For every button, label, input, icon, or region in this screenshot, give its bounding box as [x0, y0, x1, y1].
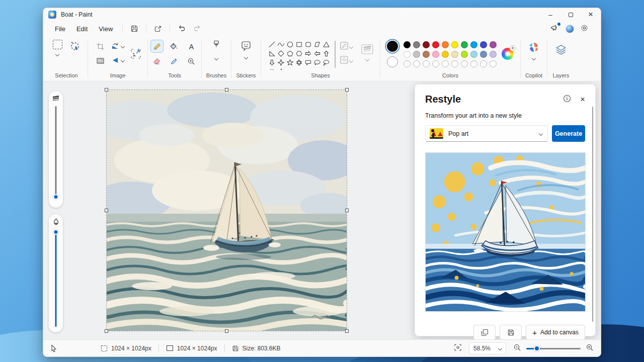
chevron-down-icon[interactable] — [349, 59, 353, 63]
brushes-button[interactable] — [211, 40, 221, 60]
color1-swatch[interactable] — [387, 41, 398, 52]
panel-close-button[interactable]: × — [580, 95, 585, 104]
flip-button[interactable] — [109, 54, 126, 67]
slider-thumb[interactable] — [53, 194, 59, 200]
zoom-in-button[interactable] — [586, 343, 594, 353]
palette-empty-slot[interactable] — [442, 60, 449, 67]
palette-color[interactable] — [461, 41, 468, 48]
shape-right-triangle-icon[interactable] — [267, 49, 276, 58]
fill-tool-button[interactable] — [168, 40, 181, 53]
menu-item[interactable]: Edit — [71, 23, 93, 35]
palette-empty-slot[interactable] — [470, 60, 477, 67]
feedback-button[interactable] — [550, 24, 559, 34]
share-button[interactable] — [150, 23, 166, 35]
palette-color[interactable] — [404, 41, 411, 48]
shape-star-5-icon[interactable] — [285, 58, 294, 67]
palette-color[interactable] — [442, 41, 449, 48]
chevron-down-icon[interactable] — [365, 57, 369, 61]
palette-empty-slot[interactable] — [451, 60, 458, 67]
rotate-button[interactable] — [109, 40, 126, 53]
palette-color[interactable] — [470, 51, 477, 58]
undo-button[interactable] — [174, 23, 189, 35]
shape-polygon-icon[interactable] — [312, 40, 321, 49]
shape-rectangle-icon[interactable] — [294, 40, 303, 49]
palette-color[interactable] — [413, 51, 420, 58]
selection-handle-nw[interactable] — [105, 88, 108, 92]
shape-star-6-icon[interactable] — [294, 58, 303, 67]
palette-empty-slot[interactable] — [490, 60, 497, 67]
minimize-button[interactable]: – — [540, 8, 560, 21]
brush-size-slider[interactable] — [49, 91, 63, 208]
resize-button[interactable] — [130, 48, 142, 62]
shape-ellipse-icon[interactable] — [285, 40, 294, 49]
zoom-slider[interactable] — [526, 345, 581, 352]
chevron-down-icon[interactable] — [214, 56, 218, 60]
shape-lightning-icon[interactable] — [276, 67, 285, 70]
chevron-down-icon[interactable] — [349, 45, 353, 49]
text-tool-button[interactable]: A — [185, 40, 198, 53]
settings-button[interactable] — [580, 24, 589, 34]
shape-triangle-icon[interactable] — [321, 40, 331, 49]
palette-empty-slot[interactable] — [404, 60, 411, 67]
selection-handle-s[interactable] — [225, 329, 228, 333]
palette-empty-slot[interactable] — [432, 60, 439, 67]
palette-color[interactable] — [423, 41, 430, 48]
shape-star-4-icon[interactable] — [276, 58, 285, 67]
zoom-slider-thumb[interactable] — [534, 345, 540, 351]
palette-color[interactable] — [490, 51, 497, 58]
palette-empty-slot[interactable] — [461, 60, 468, 67]
chevron-down-icon[interactable] — [532, 56, 536, 60]
palette-color[interactable] — [442, 51, 449, 58]
generate-button[interactable]: Generate — [552, 125, 585, 142]
layers-button[interactable] — [554, 44, 568, 58]
shape-rounded-rectangle-icon[interactable] — [303, 40, 312, 49]
menu-item[interactable]: File — [49, 23, 71, 35]
redo-button[interactable] — [189, 23, 204, 35]
slider-track[interactable] — [55, 106, 57, 198]
shape-heart-icon[interactable] — [267, 67, 276, 70]
line-thickness-button[interactable] — [361, 44, 374, 61]
shape-hexagon-icon[interactable] — [294, 49, 303, 58]
free-select-button[interactable] — [69, 41, 80, 54]
palette-empty-slot[interactable] — [480, 60, 487, 67]
shape-fill-button[interactable] — [340, 55, 349, 66]
fit-to-window-button[interactable] — [454, 343, 462, 353]
opacity-slider[interactable] — [49, 214, 63, 332]
chevron-down-icon[interactable] — [244, 55, 248, 59]
info-button[interactable] — [563, 95, 571, 105]
selection-handle-se[interactable] — [345, 329, 349, 333]
palette-color[interactable] — [432, 41, 439, 48]
magnifier-tool-button[interactable] — [185, 55, 198, 68]
zoom-level-dropdown[interactable]: 58.5% — [469, 342, 506, 354]
chevron-down-icon[interactable] — [55, 52, 59, 56]
shape-arrow-down-icon[interactable] — [267, 58, 276, 67]
shape-arrow-up-icon[interactable] — [321, 49, 331, 58]
palette-color[interactable] — [413, 41, 420, 48]
palette-color[interactable] — [451, 51, 458, 58]
palette-color[interactable] — [470, 41, 477, 48]
zoom-out-button[interactable] — [513, 343, 521, 353]
menu-item[interactable]: View — [93, 23, 118, 35]
palette-color[interactable] — [480, 41, 487, 48]
account-avatar[interactable] — [566, 25, 574, 33]
palette-color[interactable] — [461, 51, 468, 58]
pencil-tool-button[interactable] — [150, 40, 164, 53]
slider-thumb[interactable] — [53, 229, 59, 235]
palette-empty-slot[interactable] — [423, 60, 430, 67]
shape-diamond-icon[interactable] — [276, 49, 285, 58]
canvas[interactable] — [107, 90, 347, 331]
shape-thought-bubble-icon[interactable] — [321, 58, 331, 67]
maximize-button[interactable] — [560, 8, 581, 21]
copy-result-button[interactable] — [473, 325, 496, 339]
selection-handle-e[interactable] — [345, 209, 349, 212]
edit-colors-button[interactable]: + — [502, 48, 514, 60]
copilot-button[interactable] — [528, 41, 540, 60]
shape-curve-icon[interactable] — [276, 40, 285, 49]
palette-color[interactable] — [451, 41, 458, 48]
palette-color[interactable] — [432, 51, 439, 58]
eraser-tool-button[interactable] — [150, 55, 164, 68]
shape-arrow-left-icon[interactable] — [312, 49, 321, 58]
shape-speech-oval-icon[interactable] — [312, 58, 321, 67]
selection-handle-sw[interactable] — [105, 329, 108, 333]
color2-swatch[interactable] — [387, 56, 398, 67]
